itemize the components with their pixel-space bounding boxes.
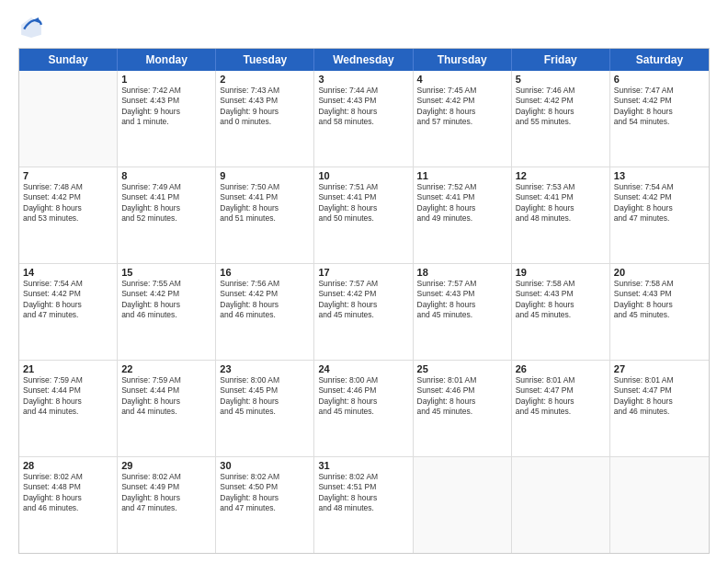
cell-info: Sunrise: 8:02 AM Sunset: 4:50 PM Dayligh… [220,472,310,514]
day-number: 17 [318,267,408,278]
day-number: 19 [516,267,606,278]
header-day-friday: Friday [512,49,610,71]
header-day-thursday: Thursday [414,49,512,71]
day-number: 1 [121,74,211,85]
day-number: 14 [23,267,113,278]
calendar-cell: 3Sunrise: 7:44 AM Sunset: 4:43 PM Daylig… [314,71,413,167]
cell-info: Sunrise: 7:48 AM Sunset: 4:42 PM Dayligh… [23,182,113,224]
cell-info: Sunrise: 8:00 AM Sunset: 4:46 PM Dayligh… [318,375,408,418]
cell-info: Sunrise: 7:54 AM Sunset: 4:42 PM Dayligh… [614,182,705,224]
cell-info: Sunrise: 7:46 AM Sunset: 4:42 PM Dayligh… [516,86,606,128]
calendar-cell: 12Sunrise: 7:53 AM Sunset: 4:41 PM Dayli… [512,167,610,263]
cell-info: Sunrise: 7:57 AM Sunset: 4:42 PM Dayligh… [318,279,408,321]
calendar-cell: 26Sunrise: 8:01 AM Sunset: 4:47 PM Dayli… [512,361,610,456]
calendar-cell: 19Sunrise: 7:58 AM Sunset: 4:43 PM Dayli… [512,264,610,360]
day-number: 8 [121,170,211,181]
calendar-header: SundayMondayTuesdayWednesdayThursdayFrid… [19,49,709,71]
calendar-cell [19,71,118,167]
day-number: 24 [318,363,408,374]
cell-info: Sunrise: 7:56 AM Sunset: 4:42 PM Dayligh… [220,279,310,321]
cell-info: Sunrise: 7:52 AM Sunset: 4:41 PM Dayligh… [417,182,507,224]
day-number: 25 [417,363,507,374]
header-day-sunday: Sunday [19,49,118,71]
day-number: 31 [318,460,408,471]
day-number: 16 [220,267,310,278]
cell-info: Sunrise: 7:59 AM Sunset: 4:44 PM Dayligh… [23,375,113,418]
calendar-cell: 4Sunrise: 7:45 AM Sunset: 4:42 PM Daylig… [414,71,512,167]
calendar-cell: 23Sunrise: 8:00 AM Sunset: 4:45 PM Dayli… [216,361,314,456]
day-number: 2 [220,74,310,85]
calendar-cell: 16Sunrise: 7:56 AM Sunset: 4:42 PM Dayli… [216,264,314,360]
calendar-cell: 8Sunrise: 7:49 AM Sunset: 4:41 PM Daylig… [118,167,216,263]
cell-info: Sunrise: 7:49 AM Sunset: 4:41 PM Dayligh… [121,182,211,224]
day-number: 7 [23,170,113,181]
calendar-body: 1Sunrise: 7:42 AM Sunset: 4:43 PM Daylig… [19,71,709,553]
calendar-cell: 30Sunrise: 8:02 AM Sunset: 4:50 PM Dayli… [216,457,314,553]
cell-info: Sunrise: 8:02 AM Sunset: 4:51 PM Dayligh… [318,472,408,514]
header-day-wednesday: Wednesday [314,49,413,71]
day-number: 11 [417,170,507,181]
cell-info: Sunrise: 7:50 AM Sunset: 4:41 PM Dayligh… [220,182,310,224]
calendar-cell: 20Sunrise: 7:58 AM Sunset: 4:43 PM Dayli… [610,264,709,360]
calendar-cell [414,457,512,553]
calendar-cell: 15Sunrise: 7:55 AM Sunset: 4:42 PM Dayli… [118,264,216,360]
calendar-cell: 18Sunrise: 7:57 AM Sunset: 4:43 PM Dayli… [414,264,512,360]
cell-info: Sunrise: 8:01 AM Sunset: 4:47 PM Dayligh… [614,375,705,418]
day-number: 23 [220,363,310,374]
cell-info: Sunrise: 7:59 AM Sunset: 4:44 PM Dayligh… [121,375,211,418]
day-number: 5 [516,74,606,85]
calendar-row-0: 1Sunrise: 7:42 AM Sunset: 4:43 PM Daylig… [19,71,709,167]
cell-info: Sunrise: 8:01 AM Sunset: 4:46 PM Dayligh… [417,375,507,418]
header-day-tuesday: Tuesday [216,49,314,71]
calendar-row-1: 7Sunrise: 7:48 AM Sunset: 4:42 PM Daylig… [19,167,709,264]
cell-info: Sunrise: 7:54 AM Sunset: 4:42 PM Dayligh… [23,279,113,321]
day-number: 3 [318,74,408,85]
page: SundayMondayTuesdayWednesdayThursdayFrid… [0,0,728,563]
day-number: 21 [23,363,113,374]
day-number: 6 [614,74,705,85]
calendar-cell: 5Sunrise: 7:46 AM Sunset: 4:42 PM Daylig… [512,71,610,167]
cell-info: Sunrise: 7:51 AM Sunset: 4:41 PM Dayligh… [318,182,408,224]
calendar-cell: 1Sunrise: 7:42 AM Sunset: 4:43 PM Daylig… [118,71,216,167]
day-number: 10 [318,170,408,181]
calendar-cell [512,457,610,553]
day-number: 26 [516,363,606,374]
calendar-cell: 14Sunrise: 7:54 AM Sunset: 4:42 PM Dayli… [19,264,118,360]
cell-info: Sunrise: 8:02 AM Sunset: 4:49 PM Dayligh… [121,472,211,514]
logo [18,15,48,40]
calendar-cell [610,457,709,553]
day-number: 22 [121,363,211,374]
calendar-cell: 2Sunrise: 7:43 AM Sunset: 4:43 PM Daylig… [216,71,314,167]
day-number: 20 [614,267,705,278]
calendar-cell: 24Sunrise: 8:00 AM Sunset: 4:46 PM Dayli… [314,361,413,456]
calendar-cell: 9Sunrise: 7:50 AM Sunset: 4:41 PM Daylig… [216,167,314,263]
calendar-cell: 27Sunrise: 8:01 AM Sunset: 4:47 PM Dayli… [610,361,709,456]
day-number: 9 [220,170,310,181]
calendar-cell: 25Sunrise: 8:01 AM Sunset: 4:46 PM Dayli… [414,361,512,456]
day-number: 30 [220,460,310,471]
day-number: 28 [23,460,113,471]
day-number: 18 [417,267,507,278]
logo-icon [18,15,44,40]
cell-info: Sunrise: 8:01 AM Sunset: 4:47 PM Dayligh… [516,375,606,418]
calendar-cell: 28Sunrise: 8:02 AM Sunset: 4:48 PM Dayli… [19,457,118,553]
calendar-row-4: 28Sunrise: 8:02 AM Sunset: 4:48 PM Dayli… [19,457,709,553]
calendar-cell: 31Sunrise: 8:02 AM Sunset: 4:51 PM Dayli… [314,457,413,553]
calendar-row-2: 14Sunrise: 7:54 AM Sunset: 4:42 PM Dayli… [19,264,709,361]
calendar-cell: 6Sunrise: 7:47 AM Sunset: 4:42 PM Daylig… [610,71,709,167]
day-number: 15 [121,267,211,278]
cell-info: Sunrise: 7:53 AM Sunset: 4:41 PM Dayligh… [516,182,606,224]
calendar-cell: 10Sunrise: 7:51 AM Sunset: 4:41 PM Dayli… [314,167,413,263]
cell-info: Sunrise: 7:43 AM Sunset: 4:43 PM Dayligh… [220,86,310,128]
day-number: 13 [614,170,705,181]
cell-info: Sunrise: 7:57 AM Sunset: 4:43 PM Dayligh… [417,279,507,321]
cell-info: Sunrise: 8:02 AM Sunset: 4:48 PM Dayligh… [23,472,113,514]
calendar-cell: 29Sunrise: 8:02 AM Sunset: 4:49 PM Dayli… [118,457,216,553]
calendar-cell: 13Sunrise: 7:54 AM Sunset: 4:42 PM Dayli… [610,167,709,263]
calendar-cell: 21Sunrise: 7:59 AM Sunset: 4:44 PM Dayli… [19,361,118,456]
calendar-cell: 17Sunrise: 7:57 AM Sunset: 4:42 PM Dayli… [314,264,413,360]
header-day-saturday: Saturday [610,49,709,71]
header [18,15,710,40]
cell-info: Sunrise: 7:44 AM Sunset: 4:43 PM Dayligh… [318,86,408,128]
cell-info: Sunrise: 7:58 AM Sunset: 4:43 PM Dayligh… [614,279,705,321]
